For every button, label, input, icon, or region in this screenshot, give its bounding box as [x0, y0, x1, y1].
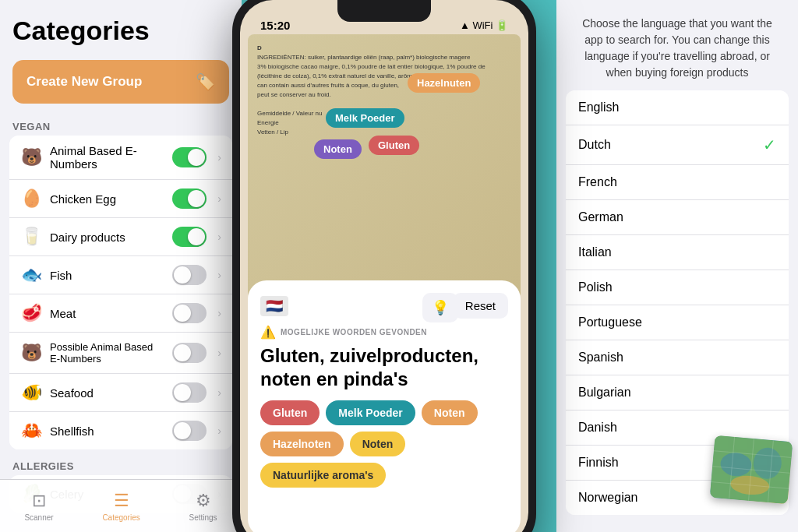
flag-button[interactable]: 🇳🇱	[260, 296, 288, 316]
fish-emoji: 🐟	[20, 265, 42, 285]
tag-hazelnoten[interactable]: Hazelnuten	[408, 73, 480, 93]
item-label-seafood: Seafood	[50, 386, 164, 400]
tab-categories[interactable]: ☰ Categories	[102, 491, 139, 522]
status-time: 15:20	[260, 19, 290, 32]
tag-noten[interactable]: Noten	[314, 139, 362, 159]
list-item[interactable]: 🐻 Possible Animal Based E-Numbers ›	[9, 333, 232, 374]
tab-scanner-label: Scanner	[24, 513, 53, 522]
lang-name: Italian	[578, 245, 612, 259]
chevron-icon: ›	[217, 231, 221, 243]
lang-item-polish[interactable]: Polish	[566, 270, 789, 305]
chevron-icon: ›	[217, 386, 221, 399]
lang-name: Portuguese	[578, 315, 642, 329]
chevron-icon: ›	[217, 425, 221, 437]
page-title: Categories	[12, 16, 229, 46]
animal-emoji: 🐻	[20, 147, 42, 167]
lang-item-english[interactable]: English	[566, 90, 789, 125]
item-label-meat: Meat	[50, 307, 164, 320]
shellfish-emoji: 🦀	[20, 421, 42, 441]
meat-emoji: 🥩	[20, 303, 42, 323]
lang-name: Danish	[578, 421, 617, 435]
item-label-animal-e: Animal Based E-Numbers	[50, 144, 164, 171]
item-label-chicken-egg: Chicken Egg	[50, 192, 164, 206]
item-label-possible-animal: Possible Animal Based E-Numbers	[50, 341, 164, 365]
lang-item-french[interactable]: French	[566, 165, 789, 200]
toggle-shellfish[interactable]	[172, 421, 207, 441]
phone-notch	[337, 0, 431, 22]
chevron-icon: ›	[217, 347, 221, 359]
reset-button[interactable]: Reset	[453, 293, 508, 319]
list-item[interactable]: 🥚 Chicken Egg ›	[9, 180, 232, 218]
tag-melkpoeder[interactable]: Melk Poeder	[326, 108, 404, 128]
right-panel: Choose the language that you want the ap…	[556, 0, 798, 532]
chevron-icon: ›	[217, 192, 221, 205]
item-label-dairy: Dairy products	[50, 231, 164, 244]
result-tag-hazelnoten[interactable]: Hazelnoten	[260, 432, 344, 456]
toggle-chicken-egg[interactable]	[172, 188, 207, 209]
result-tag-melkpoeder[interactable]: Melk Poeder	[326, 400, 415, 425]
bottom-result-card: 🇳🇱 💡 Reset ⚠️ MOGELIJKE WOORDEN GEVONDEN…	[248, 280, 521, 532]
section-allergies-header: Allergies	[0, 449, 242, 475]
item-label-shellfish: Shellfish	[50, 425, 164, 438]
categories-tab-icon: ☰	[114, 491, 129, 511]
lang-item-bulgarian[interactable]: Bulgarian	[566, 375, 789, 410]
settings-tab-icon: ⚙	[196, 491, 211, 511]
result-tag-gluten[interactable]: Gluten	[260, 400, 320, 425]
left-panel: Categories Create New Group 🏷️ Vegan 🐻 A…	[0, 0, 242, 532]
tag-gluten[interactable]: Gluten	[369, 136, 419, 155]
toggle-seafood[interactable]	[172, 382, 207, 403]
result-tag-noten[interactable]: Noten	[422, 400, 478, 425]
lang-name: English	[578, 100, 619, 115]
list-item[interactable]: 🥛 Dairy products ›	[9, 218, 232, 256]
create-group-label: Create New Group	[26, 74, 142, 90]
lang-name: German	[578, 210, 623, 224]
list-item[interactable]: 🐻 Animal Based E-Numbers ›	[9, 136, 232, 180]
lang-item-spanish[interactable]: Spanish	[566, 340, 789, 375]
phone-screen: 15:20 ▲ WiFi 🔋 D INGREDIËNTEN: suiker, p…	[240, 0, 528, 532]
panel-header: Categories	[0, 0, 242, 54]
lang-name: Bulgarian	[578, 386, 631, 400]
lightbulb-button[interactable]: 💡	[422, 293, 458, 322]
toggle-animal-e[interactable]	[172, 147, 207, 167]
create-group-button[interactable]: Create New Group 🏷️	[12, 60, 229, 104]
tab-scanner[interactable]: ⊡ Scanner	[24, 491, 53, 522]
checkmark-icon: ✓	[763, 136, 776, 154]
lang-name: Spanish	[578, 351, 623, 365]
toggle-dairy[interactable]	[172, 227, 207, 247]
list-item[interactable]: 🐟 Fish ›	[9, 256, 232, 294]
chevron-icon: ›	[217, 151, 221, 164]
lang-item-german[interactable]: German	[566, 200, 789, 235]
tab-settings-label: Settings	[189, 513, 217, 522]
lang-item-italian[interactable]: Italian	[566, 235, 789, 270]
seafood-emoji: 🐠	[20, 382, 42, 403]
tab-settings[interactable]: ⚙ Settings	[189, 491, 217, 522]
lang-item-portuguese[interactable]: Portuguese	[566, 305, 789, 340]
result-tags-row3: Natuurlijke aroma's	[260, 463, 508, 488]
scanner-tab-icon: ⊡	[32, 491, 46, 511]
lang-item-dutch[interactable]: Dutch ✓	[566, 125, 789, 165]
list-item[interactable]: 🥩 Meat ›	[9, 294, 232, 333]
result-tags-row2: Hazelnoten Noten	[260, 432, 508, 456]
toggle-meat[interactable]	[172, 303, 207, 323]
dairy-emoji: 🥛	[20, 227, 42, 247]
map-svg	[710, 435, 793, 504]
lang-name: Polish	[578, 280, 613, 294]
result-tag-noten2[interactable]: Noten	[350, 432, 406, 456]
map-decoration	[710, 435, 793, 504]
egg-emoji: 🥚	[20, 188, 42, 209]
vegan-list: 🐻 Animal Based E-Numbers › 🥚 Chicken Egg…	[9, 136, 232, 449]
lang-name: Finnish	[578, 456, 619, 470]
toggle-fish[interactable]	[172, 265, 207, 285]
list-item[interactable]: 🦀 Shellfish ›	[9, 412, 232, 449]
toggle-possible-animal[interactable]	[172, 343, 207, 363]
result-tag-natuur[interactable]: Natuurlijke aroma's	[260, 463, 386, 488]
section-vegan-header: Vegan	[0, 110, 242, 136]
tab-categories-label: Categories	[102, 513, 139, 522]
lang-name: Norwegian	[578, 491, 637, 505]
lang-name: Dutch	[578, 138, 611, 152]
list-item[interactable]: 🐠 Seafood ›	[9, 374, 232, 412]
warning-text: MOGELIJKE WOORDEN GEVONDEN	[281, 328, 427, 336]
center-phone: 15:20 ▲ WiFi 🔋 D INGREDIËNTEN: suiker, p…	[232, 0, 536, 532]
product-label-area: D INGREDIËNTEN: suiker, plantaardige oli…	[248, 34, 521, 299]
chevron-icon: ›	[217, 269, 221, 281]
